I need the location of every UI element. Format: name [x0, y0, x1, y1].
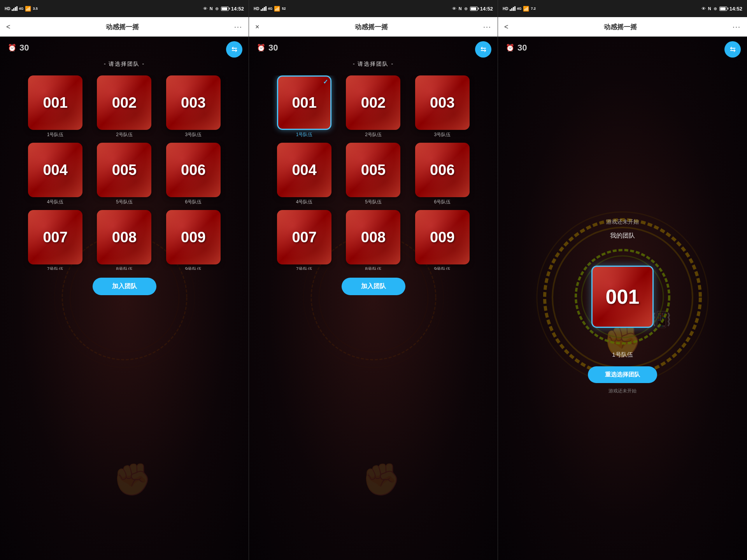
select-title-1: - 请选择团队 -: [104, 61, 145, 68]
time-1: 14:52: [231, 6, 244, 12]
select-title-2: - 请选择团队 -: [353, 61, 394, 68]
team-number-007-p1: 007: [43, 229, 67, 246]
team-card-008-p2[interactable]: 008: [346, 210, 400, 264]
shuffle-button-3[interactable]: ⇆: [724, 41, 741, 58]
carrier-text-3: HD: [503, 7, 508, 11]
team-card-009-p1[interactable]: 009: [166, 210, 221, 264]
team-number-001-p1: 001: [43, 94, 67, 111]
signal-bar: [15, 7, 16, 11]
team-grid-wrapper-1[interactable]: 001 1号队伍 002 2号队伍 003 3号队伍: [23, 75, 226, 270]
team-card-007-p1[interactable]: 007: [28, 210, 82, 264]
team-item-003-p2[interactable]: 003 3号队伍: [410, 75, 474, 138]
reselect-button-3[interactable]: 重选选择团队: [588, 366, 657, 383]
team-number-006-p2: 006: [430, 162, 454, 178]
join-button-1[interactable]: 加入团队: [93, 278, 156, 295]
more-button-1[interactable]: ···: [234, 23, 242, 31]
notification-icon-2: N: [459, 6, 462, 11]
team-card-006-p1[interactable]: 006: [166, 143, 221, 197]
timer-area-1: ⏰ 30: [0, 37, 249, 53]
signal-bar: [12, 9, 13, 11]
join-button-2[interactable]: 加入团队: [342, 278, 405, 295]
notification-icon-3: N: [708, 6, 711, 11]
team-card-004-p1[interactable]: 004: [28, 143, 82, 197]
speed-2: 52: [282, 7, 286, 10]
signal-bar: [511, 8, 512, 11]
timer-icon-3: ⏰: [506, 44, 514, 52]
team-item-005-p1[interactable]: 005 5号队伍: [92, 143, 156, 205]
back-button-1[interactable]: <: [6, 23, 11, 31]
battery-fill-1: [222, 7, 227, 10]
more-button-3[interactable]: ···: [733, 23, 741, 31]
shuffle-button-1[interactable]: ⇆: [226, 41, 242, 58]
team-item-001-p2[interactable]: ✓ 001 1号队伍: [272, 75, 337, 138]
app-content-2: ✊ ⏰ 30 ⇆ - 请选择团队 - ✓ 001 1号队伍: [249, 37, 498, 560]
team-card-004-p2[interactable]: 004: [277, 143, 331, 197]
signal-bar: [514, 6, 516, 11]
team-card-001-p1[interactable]: 001: [28, 75, 82, 130]
confirmed-content-3: 游戏还未开始 我的团队 001 1号队伍 重选选择团队 游戏还未开始: [498, 53, 747, 560]
team-item-008-p1[interactable]: 008 8号队伍: [92, 210, 156, 270]
team-item-007-p1[interactable]: 007 7号队伍: [23, 210, 88, 270]
team-item-002-p1[interactable]: 002 2号队伍: [92, 75, 156, 138]
team-card-003-p1[interactable]: 003: [166, 75, 221, 130]
team-item-003-p1[interactable]: 003 3号队伍: [161, 75, 225, 138]
speed-3: 7.2: [531, 7, 536, 10]
team-number-007-p2: 007: [292, 229, 316, 246]
team-card-002-p2[interactable]: 002: [346, 75, 400, 130]
team-item-007-p2[interactable]: 007 7号队伍: [272, 210, 337, 270]
bluetooth-icon-2: ⊕: [464, 6, 468, 11]
team-grid-wrapper-2[interactable]: ✓ 001 1号队伍 002 2号队伍 003: [272, 75, 475, 270]
team-item-002-p2[interactable]: 002 2号队伍: [341, 75, 405, 138]
phone-panel-2: HD 4G 📶 52 👁 N ⊕ 14:52 ×: [249, 0, 498, 560]
confirmed-team-card-3: 001: [591, 266, 654, 328]
team-number-004-p2: 004: [292, 162, 316, 178]
more-button-2[interactable]: ···: [483, 23, 491, 31]
team-number-003-p2: 003: [430, 94, 454, 111]
battery-fill-2: [471, 7, 476, 10]
eye-icon-3: 👁: [701, 6, 706, 11]
team-item-009-p1[interactable]: 009 9号队伍: [161, 210, 225, 270]
team-grid-1: 001 1号队伍 002 2号队伍 003 3号队伍: [23, 75, 226, 270]
team-card-005-p2[interactable]: 005: [346, 143, 400, 197]
team-card-007-p2[interactable]: 007: [277, 210, 331, 264]
signal-bars-1: [12, 6, 18, 11]
team-card-002-p1[interactable]: 002: [97, 75, 151, 130]
team-label-005-p1: 5号队伍: [116, 199, 133, 205]
status-bar-2: HD 4G 📶 52 👁 N ⊕ 14:52: [249, 0, 498, 17]
team-item-006-p1[interactable]: 006 6号队伍: [161, 143, 225, 205]
team-label-001-p2: 1号队伍: [296, 131, 313, 138]
status-bar-3: HD 4G 📶 7.2 👁 N ⊕ 14:52: [498, 0, 747, 17]
team-label-002-p1: 2号队伍: [116, 131, 133, 138]
signal-bar: [264, 7, 265, 11]
close-button-2[interactable]: ×: [255, 23, 260, 31]
team-card-006-p2[interactable]: 006: [415, 143, 470, 197]
timer-icon-2: ⏰: [257, 44, 265, 52]
team-card-003-p2[interactable]: 003: [415, 75, 470, 130]
team-item-005-p2[interactable]: 005 5号队伍: [341, 143, 405, 205]
shuffle-button-2[interactable]: ⇆: [475, 41, 491, 58]
team-card-009-p2[interactable]: 009: [415, 210, 470, 264]
team-item-008-p2[interactable]: 008 8号队伍: [341, 210, 405, 270]
team-item-004-p1[interactable]: 004 4号队伍: [23, 143, 88, 205]
team-item-009-p2[interactable]: 009 9号队伍: [410, 210, 474, 270]
signal-group-3: 4G: [510, 6, 521, 11]
team-label-003-p2: 3号队伍: [434, 131, 451, 138]
bluetooth-icon-3: ⊕: [714, 6, 717, 11]
team-card-008-p1[interactable]: 008: [97, 210, 151, 264]
team-label-007-p1: 7号队伍: [47, 266, 64, 270]
back-button-3[interactable]: <: [504, 23, 509, 31]
team-number-001-p2: 001: [292, 94, 316, 111]
signal-bar: [510, 9, 511, 11]
team-card-005-p1[interactable]: 005: [97, 143, 151, 197]
team-card-001-p2[interactable]: ✓ 001: [277, 75, 331, 130]
bluetooth-icon-1: ⊕: [215, 6, 219, 11]
team-item-006-p2[interactable]: 006 6号队伍: [410, 143, 474, 205]
team-number-002-p2: 002: [361, 94, 386, 111]
team-number-009-p2: 009: [430, 229, 454, 246]
team-label-007-p2: 7号队伍: [296, 266, 313, 270]
team-number-008-p1: 008: [112, 229, 137, 246]
my-team-label-3: 我的团队: [610, 232, 635, 240]
team-item-001-p1[interactable]: 001 1号队伍: [23, 75, 88, 138]
wifi-icon-2: 📶: [274, 6, 280, 12]
team-item-004-p2[interactable]: 004 4号队伍: [272, 143, 337, 205]
